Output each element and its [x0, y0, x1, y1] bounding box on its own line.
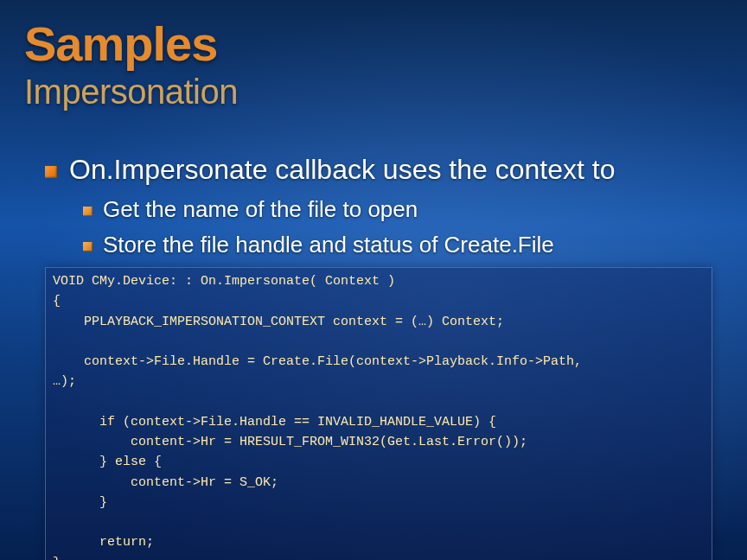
bullet-text: Get the name of the file to open — [103, 196, 418, 223]
bullet-marker-icon — [45, 166, 57, 178]
bullet-marker-icon — [83, 242, 93, 251]
bullet-text: On.Impersonate callback uses the context… — [69, 154, 615, 186]
bullet-level1: On.Impersonate callback uses the context… — [45, 154, 712, 186]
bullet-text: Store the file handle and status of Crea… — [103, 232, 554, 258]
slide: Samples Impersonation On.Impersonate cal… — [0, 0, 747, 560]
bullet-marker-icon — [83, 207, 93, 216]
slide-content: On.Impersonate callback uses the context… — [45, 154, 712, 560]
code-block: VOID CMy.Device: : On.Impersonate( Conte… — [45, 267, 712, 560]
slide-subtitle: Impersonation — [24, 73, 238, 111]
bullet-level2: Get the name of the file to open — [83, 196, 712, 223]
code-text: VOID CMy.Device: : On.Impersonate( Conte… — [53, 271, 705, 560]
slide-title: Samples — [24, 16, 217, 72]
bullet-level2: Store the file handle and status of Crea… — [83, 232, 712, 258]
